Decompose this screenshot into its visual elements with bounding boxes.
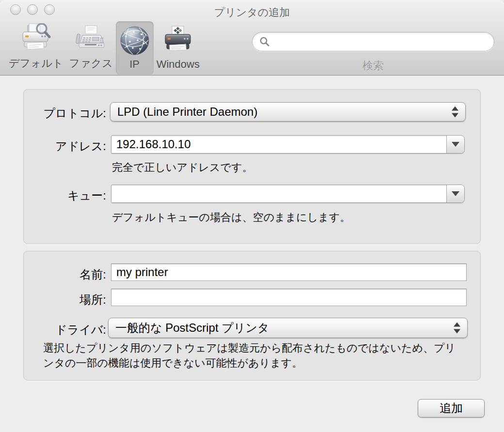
location-field xyxy=(111,289,467,306)
search-field xyxy=(252,32,494,51)
toolbar: デフォルト xyxy=(6,21,203,75)
popup-stepper-icon xyxy=(452,107,458,118)
popup-stepper-icon xyxy=(454,323,460,334)
search-input[interactable] xyxy=(274,35,487,48)
queue-label: キュー: xyxy=(24,188,106,203)
toolbar-label-ip: IP xyxy=(129,58,140,71)
toolbar-item-windows[interactable]: Windows xyxy=(154,21,203,75)
titlebar-toolbar: プリンタの追加 xyxy=(0,0,504,76)
queue-helper-text: デフォルトキューの場合は、空のままにします。 xyxy=(112,210,350,225)
address-input[interactable] xyxy=(111,136,446,153)
queue-input[interactable] xyxy=(111,185,446,202)
protocol-popup[interactable]: LPD (Line Printer Daemon) xyxy=(110,102,466,122)
toolbar-label-fax: ファクス xyxy=(69,56,113,71)
location-input[interactable] xyxy=(111,289,466,306)
add-button[interactable]: 追加 xyxy=(418,399,485,417)
driver-label: ドライバ: xyxy=(24,322,106,338)
queue-dropdown-button[interactable] xyxy=(446,185,464,202)
driver-popup[interactable]: 一般的な PostScript プリンタ xyxy=(108,318,468,338)
windows-printer-icon xyxy=(162,25,194,56)
queue-combo xyxy=(111,185,465,203)
address-helper-text: 完全で正しいアドレスです。 xyxy=(112,160,253,175)
globe-icon xyxy=(119,25,151,56)
address-label: アドレス: xyxy=(24,139,106,154)
search-label: 検索 xyxy=(252,59,494,73)
address-dropdown-button[interactable] xyxy=(446,136,464,153)
toolbar-label-windows: Windows xyxy=(157,58,200,71)
name-field xyxy=(111,263,467,281)
toolbar-item-ip[interactable]: IP xyxy=(116,21,154,75)
address-field xyxy=(111,136,446,153)
details-group-box: 名前: 場所: ドライバ: 一般的な PostScript プリンタ 選択したプ… xyxy=(23,251,481,381)
name-input[interactable] xyxy=(111,264,466,280)
default-printer-icon xyxy=(20,23,52,54)
address-combo xyxy=(111,135,465,154)
location-label: 場所: xyxy=(24,292,106,308)
queue-field xyxy=(111,185,446,202)
toolbar-item-default[interactable]: デフォルト xyxy=(6,21,66,75)
driver-note-text: 選択したプリンタ用のソフトウェアは製造元から配布されたものではないため、プリ ン… xyxy=(43,340,486,370)
dropdown-arrow-icon xyxy=(452,191,459,196)
toolbar-item-fax[interactable]: ファクス xyxy=(66,21,116,75)
name-label: 名前: xyxy=(24,267,106,282)
search-icon xyxy=(259,36,270,47)
add-printer-window: プリンタの追加 xyxy=(0,0,504,432)
dropdown-arrow-icon xyxy=(452,142,459,147)
protocol-label: プロトコル: xyxy=(24,106,106,121)
driver-value: 一般的な PostScript プリンタ xyxy=(115,320,269,336)
connection-group-box: プロトコル: LPD (Line Printer Daemon) アドレス: 完… xyxy=(23,89,481,244)
fax-icon xyxy=(75,23,107,54)
protocol-value: LPD (Line Printer Daemon) xyxy=(117,105,257,119)
window-title: プリンタの追加 xyxy=(0,5,504,20)
toolbar-label-default: デフォルト xyxy=(9,56,63,71)
